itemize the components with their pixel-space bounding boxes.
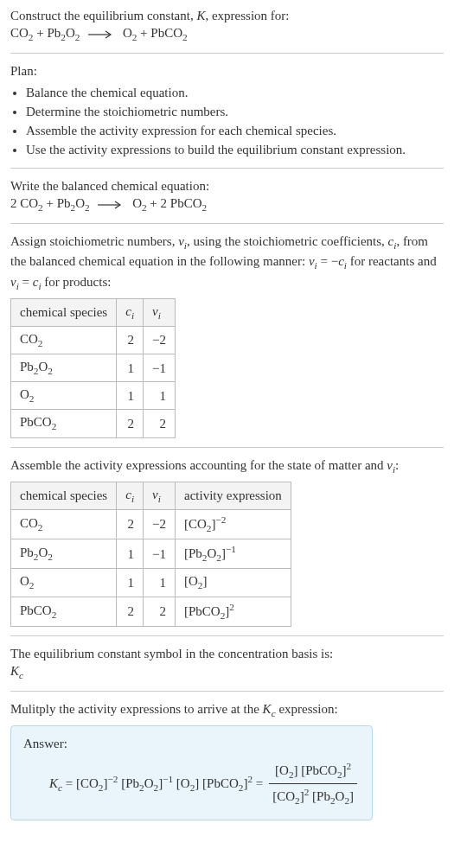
balanced-section: Write the balanced chemical equation: 2 …: [10, 168, 444, 214]
table-row: Pb2O2 1 −1: [11, 354, 176, 382]
symbol-text: The equilibrium constant symbol in the c…: [10, 645, 444, 662]
activity-section: Assemble the activity expressions accoun…: [10, 447, 444, 627]
col-ci: ci: [117, 298, 144, 326]
col-nui: νi: [144, 482, 176, 509]
balanced-title: Write the balanced chemical equation:: [10, 177, 444, 195]
table-row: O2 1 1 [O2]: [11, 569, 291, 597]
stoich-intro: Assign stoichiometric numbers, νi, using…: [10, 233, 444, 293]
plan-item: Use the activity expressions to build th…: [26, 141, 444, 158]
plan-item: Assemble the activity expression for eac…: [26, 122, 444, 139]
stoich-table: chemical species ci νi CO2 2 −2 Pb2O2 1 …: [10, 298, 176, 438]
table-row: CO2 2 −2 [CO2]−2: [11, 510, 291, 539]
table-header-row: chemical species ci νi activity expressi…: [11, 482, 291, 509]
plan-item: Balance the chemical equation.: [26, 84, 444, 101]
multiply-section: Mulitply the activity expressions to arr…: [10, 691, 444, 820]
stoich-section: Assign stoichiometric numbers, νi, using…: [10, 223, 444, 438]
col-activity: activity expression: [175, 482, 291, 509]
balanced-equation: 2 CO2 + Pb2O2 O2 + 2 PbCO2: [10, 195, 444, 214]
table-row: CO2 2 −2: [11, 326, 176, 354]
answer-label: Answer:: [23, 735, 360, 752]
intro-text-b: , expression for:: [205, 9, 289, 22]
col-species: chemical species: [11, 482, 117, 509]
symbol-section: The equilibrium constant symbol in the c…: [10, 635, 444, 682]
col-ci: ci: [117, 482, 144, 509]
reaction-arrow-icon: [88, 30, 114, 39]
plan-item: Determine the stoichiometric numbers.: [26, 103, 444, 120]
intro-text-a: Construct the equilibrium constant,: [10, 9, 196, 22]
activity-intro: Assemble the activity expressions accoun…: [10, 456, 444, 476]
answer-fraction: [O2] [PbCO2]2 [CO2]2 [Pb2O2]: [269, 760, 357, 807]
intro-line: Construct the equilibrium constant, K, e…: [10, 7, 444, 24]
activity-table: chemical species ci νi activity expressi…: [10, 482, 291, 627]
intro-section: Construct the equilibrium constant, K, e…: [10, 7, 444, 44]
plan-list: Balance the chemical equation. Determine…: [10, 84, 444, 159]
plan-section: Plan: Balance the chemical equation. Det…: [10, 53, 444, 158]
col-species: chemical species: [11, 298, 117, 326]
kc-symbol: Kc: [10, 662, 444, 682]
intro-k: K: [196, 9, 205, 22]
answer-expression: Kc = [CO2]−2 [Pb2O2]−1 [O2] [PbCO2]2 = […: [23, 760, 360, 807]
col-nui: νi: [144, 298, 176, 326]
table-row: PbCO2 2 2 [PbCO2]2: [11, 597, 291, 626]
plan-title: Plan:: [10, 62, 444, 80]
reaction-arrow-icon: [98, 201, 124, 209]
table-row: O2 1 1: [11, 382, 176, 410]
table-row: PbCO2 2 2: [11, 410, 176, 437]
table-row: Pb2O2 1 −1 [Pb2O2]−1: [11, 539, 291, 569]
table-header-row: chemical species ci νi: [11, 298, 176, 326]
multiply-intro: Mulitply the activity expressions to arr…: [10, 700, 444, 720]
unbalanced-equation: CO2 + Pb2O2 O2 + PbCO2: [10, 24, 444, 44]
answer-box: Answer: Kc = [CO2]−2 [Pb2O2]−1 [O2] [PbC…: [10, 725, 373, 820]
